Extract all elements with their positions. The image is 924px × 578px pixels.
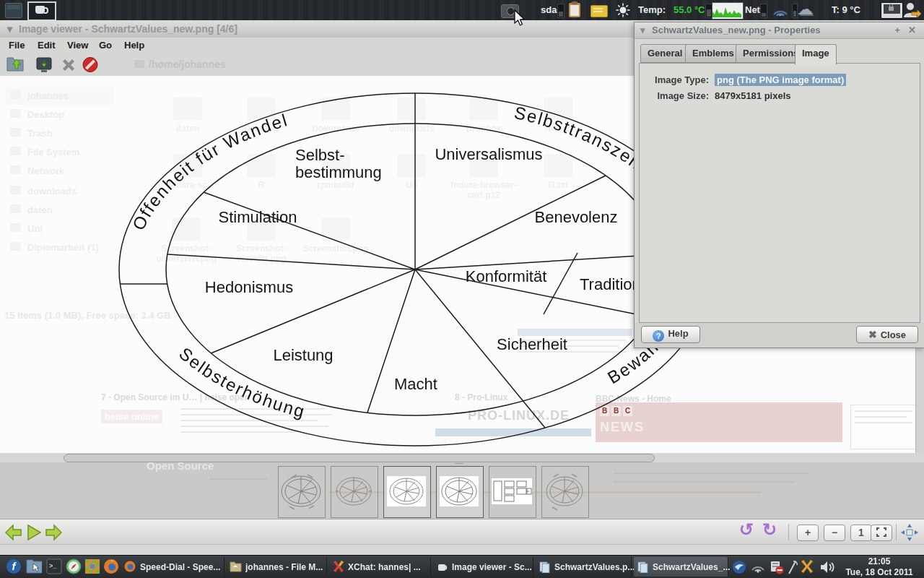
shade-triangle-icon[interactable]: ▾	[7, 20, 12, 38]
dialog-button-row: ?Help ✖Close	[635, 323, 924, 348]
dialog-image-panel: Image Type: png (The PNG image format) I…	[639, 63, 920, 323]
label-tradition: Tradition	[580, 275, 641, 293]
ghost-path-folder-icon	[134, 60, 144, 68]
top-panel: sda Temp: 55.0 °C Net ☁ T: 9 °C	[0, 0, 924, 20]
label-hedonismus: Hedonismus	[205, 278, 293, 296]
taskbar-button-schwartzvalues-2-active[interactable]: SchwartzValues_...	[634, 557, 728, 577]
notes-icon[interactable]	[590, 5, 608, 17]
taskbar-button-filemanager[interactable]: johannes - File M...	[227, 557, 327, 577]
tilted-tool-tray-icon[interactable]	[788, 559, 798, 575]
taskbar-button-schwartzvalues-1[interactable]: SchwartzValues.p...	[536, 557, 632, 577]
taskbar-button-speeddial[interactable]: Speed-Dial - Spee...	[121, 557, 225, 577]
label-universalismus: Universalismus	[435, 145, 542, 163]
tab-emblems[interactable]: Emblems	[685, 44, 741, 63]
previous-image-button[interactable]	[5, 524, 22, 541]
close-button[interactable]: ✖Close	[856, 326, 918, 343]
image-type-label: Image Type:	[640, 74, 709, 85]
tab-image[interactable]: Image	[795, 44, 837, 65]
horizontal-scrollbar[interactable]	[0, 453, 924, 462]
help-question-icon: ?	[653, 330, 664, 342]
zoom-actual-size-button[interactable]: 1	[850, 525, 872, 541]
pan-tool-button[interactable]	[901, 524, 918, 541]
image-size-label: Image Size:	[640, 90, 709, 101]
wifi-signal-icon[interactable]	[772, 4, 788, 16]
thumbnail-1[interactable]	[278, 466, 326, 518]
net-monitor-label: Net	[745, 4, 760, 15]
viewer-controls-bar: ↺ ↻ + − 1	[0, 519, 924, 545]
zoom-fit-button[interactable]	[871, 525, 892, 541]
label-konformitaet: Konformität	[466, 267, 547, 285]
close-x-button[interactable]	[59, 56, 78, 74]
image-type-value[interactable]: png (The PNG image format)	[715, 74, 846, 86]
tab-general[interactable]: General	[640, 44, 689, 63]
workspace-pager-icon[interactable]	[5, 3, 22, 18]
clock-time: 21:05	[836, 556, 923, 567]
diagram-ring-labels: Offenheit für Wandel Selbsttranszendenz …	[128, 103, 687, 422]
fedora-menu-icon[interactable]: f	[6, 558, 22, 574]
checkered-app-launcher-icon[interactable]	[84, 558, 100, 574]
menu-go[interactable]: Go	[99, 40, 112, 51]
zoom-out-button[interactable]: −	[824, 525, 845, 541]
thumbnail-bar: Open Source	[0, 462, 924, 519]
menu-view[interactable]: View	[67, 40, 88, 51]
thumbnail-2[interactable]	[331, 466, 378, 518]
open-folder-up-button[interactable]	[6, 56, 25, 74]
clipboard-icon[interactable]	[569, 3, 580, 17]
outdoor-temp-value: T: 9 °C	[832, 4, 860, 15]
thumbnail-5[interactable]	[489, 466, 536, 518]
clock-date: Tue, 18 Oct 2011	[836, 567, 923, 578]
horizontal-scrollbar-thumb[interactable]	[64, 454, 655, 462]
menu-edit[interactable]: Edit	[38, 40, 56, 51]
volume-tray-icon[interactable]	[820, 560, 837, 574]
thumbnail-4-current[interactable]	[436, 466, 484, 518]
zoom-in-button[interactable]: +	[797, 525, 819, 541]
help-button[interactable]: ?Help	[641, 326, 700, 343]
viewer-window-title: Image viewer - SchwartzValues_new.png [4…	[19, 20, 237, 38]
weather-cloud-icon[interactable]: ☁	[797, 0, 813, 19]
menu-file[interactable]: File	[9, 40, 25, 51]
dialog-title: SchwartzValues_new.png - Properties	[652, 22, 821, 38]
dialog-close-icon[interactable]: ✕	[908, 22, 916, 38]
rotate-cw-button[interactable]: ↻	[762, 519, 777, 540]
mouse-cursor	[513, 9, 526, 28]
lock-screen-button[interactable]	[881, 2, 903, 19]
file-manager-launcher-icon[interactable]	[26, 558, 42, 574]
taskbar-button-imageviewer[interactable]: Image viewer - Sc...	[433, 557, 533, 577]
ghost-path-text: /home/johannes	[149, 59, 226, 70]
label-macht: Macht	[394, 375, 437, 393]
terminal-launcher-icon[interactable]: >_	[46, 558, 62, 574]
rotate-ccw-button[interactable]: ↺	[739, 519, 754, 540]
browser-compass-launcher-icon[interactable]	[66, 558, 82, 574]
label-stimulation: Stimulation	[219, 208, 297, 226]
brightness-sun-icon[interactable]	[616, 3, 630, 17]
disk-monitor-label: sda	[541, 4, 557, 15]
cpu-temp-label: Temp:	[638, 4, 666, 15]
stop-button[interactable]	[81, 56, 100, 74]
taskbar: f >_ Speed-Dial - Spee... johannes - Fil…	[0, 555, 924, 578]
user-switch-button[interactable]	[902, 1, 921, 19]
label-leistung: Leistung	[273, 346, 333, 364]
active-app-iconbox[interactable]	[27, 1, 56, 21]
firefox-launcher-icon[interactable]	[103, 558, 119, 574]
image-size-value: 8479x5181 pixels	[715, 90, 791, 101]
slideshow-play-button[interactable]	[26, 524, 42, 541]
network-disconnected-tray-icon[interactable]	[770, 560, 784, 574]
svg-text:bestimmung: bestimmung	[295, 163, 382, 181]
thumbnail-6[interactable]	[541, 466, 589, 518]
xchat-tray-icon[interactable]	[799, 559, 815, 575]
network-activity-graph	[712, 2, 744, 20]
taskbar-clock[interactable]: 21:05 Tue, 18 Oct 2011	[836, 556, 923, 578]
close-x-icon: ✖	[868, 329, 877, 340]
thumbnail-3[interactable]	[383, 466, 431, 518]
wifi-tray-icon[interactable]	[751, 561, 765, 573]
svg-text:>_: >_	[49, 562, 57, 569]
taskbar-button-xchat[interactable]: XChat: hannes| ...	[329, 557, 431, 577]
dialog-shade-icon[interactable]: ▾	[640, 22, 645, 38]
save-download-button[interactable]	[35, 56, 53, 74]
dialog-titlebar[interactable]: ▾ SchwartzValues_new.png - Properties + …	[635, 22, 924, 39]
thunderbird-tray-icon[interactable]	[732, 560, 746, 574]
next-image-button[interactable]	[45, 524, 62, 541]
properties-dialog: ▾ SchwartzValues_new.png - Properties + …	[634, 22, 924, 348]
dialog-maximize-icon[interactable]: +	[894, 22, 900, 38]
menu-help[interactable]: Help	[124, 40, 144, 51]
